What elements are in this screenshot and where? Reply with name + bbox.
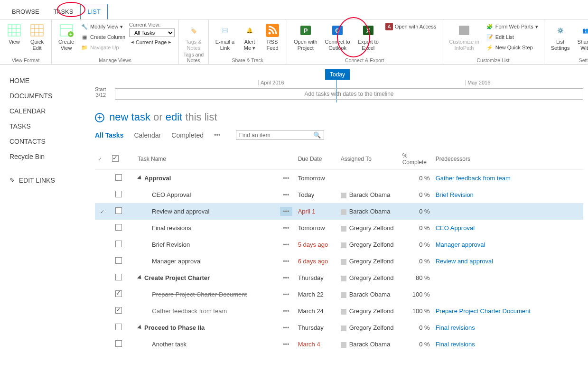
task-name[interactable]: Brief Revision [152, 241, 190, 248]
task-name[interactable]: Approval [144, 175, 171, 182]
task-checkbox[interactable] [115, 307, 122, 314]
task-menu-button[interactable]: ••• [280, 257, 292, 266]
table-row[interactable]: Create Project Charter•••ThursdayGregory… [95, 270, 583, 286]
current-page-nav[interactable]: ◂ Current Page ▸ [129, 38, 175, 46]
filter-more-button[interactable]: ••• [214, 131, 221, 139]
predecessor-link[interactable]: Brief Revision [436, 191, 474, 198]
predecessor-link[interactable]: Final revisions [436, 324, 475, 331]
new-task-link[interactable]: new task [109, 111, 150, 123]
task-menu-button[interactable]: ••• [280, 240, 292, 249]
table-row[interactable]: Proceed to Phase IIa•••ThursdayGregory Z… [95, 319, 583, 336]
task-menu-button[interactable]: ••• [280, 190, 292, 199]
task-checkbox[interactable] [115, 224, 122, 231]
table-row[interactable]: Another task•••March 4Barack Obama0 %Fin… [95, 336, 583, 353]
task-menu-button[interactable]: ••• [280, 223, 292, 232]
shared-with-button[interactable]: 👥 Shared With [574, 22, 588, 52]
task-menu-button[interactable]: ••• [280, 207, 292, 216]
tags-notes-button[interactable]: 🏷️ Tags & Notes [183, 22, 205, 52]
table-row[interactable]: Prepare Project Charter Document•••March… [95, 286, 583, 303]
page-next-icon[interactable]: ▸ [168, 39, 171, 45]
task-checkbox[interactable] [115, 241, 122, 247]
predecessor-link[interactable]: Review and approval [436, 258, 493, 265]
edit-list-link[interactable]: edit [166, 111, 182, 123]
task-menu-button[interactable]: ••• [280, 323, 292, 332]
sidebar-item-recycle-bin[interactable]: Recycle Bin [9, 149, 95, 164]
alert-me-button[interactable]: 🔔 Alert Me ▾ [239, 22, 260, 52]
filter-calendar[interactable]: Calendar [134, 131, 161, 139]
sidebar-item-contacts[interactable]: CONTACTS [9, 134, 95, 149]
col-complete-check[interactable]: ✓ [95, 149, 109, 170]
filter-completed[interactable]: Completed [171, 131, 204, 139]
task-checkbox[interactable] [115, 290, 122, 297]
form-web-parts-button[interactable]: 🧩 Form Web Parts ▾ [484, 22, 540, 31]
rss-feed-button[interactable]: RSS Feed [262, 22, 283, 52]
search-box[interactable]: 🔍 [236, 130, 324, 140]
search-icon[interactable]: 🔍 [313, 131, 321, 139]
task-checkbox[interactable] [115, 324, 122, 330]
email-link-button[interactable]: ✉️ E-mail a Link [213, 22, 237, 52]
table-row[interactable]: CEO Approval•••TodayBarack Obama0 %Brief… [95, 186, 583, 203]
expand-toggle-icon[interactable] [137, 176, 143, 181]
predecessor-link[interactable]: Prepare Project Charter Document [436, 307, 531, 315]
sidebar-item-calendar[interactable]: CALENDAR [9, 103, 95, 119]
table-row[interactable]: Gather feedback from team•••March 24Greg… [95, 303, 583, 319]
table-row[interactable]: Final revisions•••TomorrowGregory Zelfon… [95, 220, 583, 236]
plus-icon[interactable]: + [95, 113, 104, 122]
task-menu-button[interactable]: ••• [280, 290, 292, 299]
navigate-up-button[interactable]: 📁 Navigate Up [79, 43, 127, 52]
predecessor-link[interactable]: Manager approval [436, 241, 485, 248]
col-task-name[interactable]: Task Name [135, 149, 277, 170]
task-name[interactable]: Another task [152, 341, 187, 348]
edit-list-button[interactable]: 📝 Edit List [484, 32, 540, 42]
task-name[interactable]: Prepare Project Charter Document [152, 291, 247, 298]
task-checkbox[interactable] [115, 191, 122, 197]
table-row[interactable]: ✓Review and approval•••April 1Barack Oba… [95, 203, 583, 220]
table-row[interactable]: Manager approval•••6 days agoGregory Zel… [95, 253, 583, 270]
col-percent-complete[interactable]: % Complete [400, 149, 433, 170]
table-row[interactable]: Approval•••Tomorrow0 %Gather feedback fr… [95, 170, 583, 187]
task-name[interactable]: Gather feedback from team [152, 307, 227, 315]
task-checkbox[interactable] [115, 274, 122, 280]
create-column-button[interactable]: ▦ Create Column [79, 32, 127, 42]
create-view-button[interactable]: + Create View [56, 22, 77, 52]
customize-infopath-button[interactable]: Customize in InfoPath [446, 22, 482, 52]
task-menu-button[interactable]: ••• [280, 174, 292, 183]
open-with-access-button[interactable]: A Open with Access [383, 22, 438, 31]
task-name[interactable]: Review and approval [152, 208, 209, 215]
sidebar-item-tasks[interactable]: TASKS [9, 119, 95, 134]
list-settings-button[interactable]: ⚙️ List Settings [548, 22, 573, 52]
task-menu-button[interactable]: ••• [280, 273, 292, 282]
predecessor-link[interactable]: Gather feedback from team [436, 175, 511, 182]
col-checkbox-all[interactable] [109, 149, 128, 170]
expand-toggle-icon[interactable] [137, 325, 143, 331]
task-menu-button[interactable]: ••• [280, 340, 292, 349]
sidebar-item-documents[interactable]: DOCUMENTS [9, 88, 95, 103]
page-prev-icon[interactable]: ◂ [131, 39, 134, 45]
export-to-excel-button[interactable]: X Export to Excel [355, 22, 382, 52]
quick-edit-button[interactable]: Quick Edit [27, 22, 47, 52]
task-name[interactable]: Proceed to Phase IIa [144, 324, 205, 331]
expand-toggle-icon[interactable] [137, 275, 143, 281]
col-due-date[interactable]: Due Date [295, 149, 338, 170]
task-name[interactable]: CEO Approval [152, 191, 191, 198]
search-input[interactable] [239, 132, 313, 139]
new-quick-step-button[interactable]: ⚡ New Quick Step [484, 43, 540, 52]
task-menu-button[interactable]: ••• [280, 307, 292, 316]
task-checkbox[interactable] [115, 207, 122, 214]
predecessor-link[interactable]: Final revisions [436, 341, 475, 348]
sidebar-item-home[interactable]: HOME [9, 73, 95, 88]
predecessor-link[interactable]: CEO Approval [436, 224, 475, 232]
task-name[interactable]: Manager approval [152, 258, 202, 265]
tab-tasks[interactable]: TASKS [47, 4, 81, 19]
modify-view-button[interactable]: 🔧 Modify View ▾ [79, 22, 127, 31]
current-view-select[interactable]: All Tasks [129, 28, 175, 37]
task-checkbox[interactable] [115, 340, 122, 347]
open-with-project-button[interactable]: P Open with Project [291, 22, 320, 52]
connect-to-outlook-button[interactable]: O Connect to Outlook [322, 22, 353, 52]
col-assigned-to[interactable]: Assigned To [338, 149, 400, 170]
task-checkbox[interactable] [115, 257, 122, 264]
task-name[interactable]: Create Project Charter [144, 274, 210, 281]
table-row[interactable]: Brief Revision•••5 days agoGregory Zelfo… [95, 236, 583, 253]
task-checkbox[interactable] [115, 174, 122, 181]
task-name[interactable]: Final revisions [152, 224, 191, 232]
